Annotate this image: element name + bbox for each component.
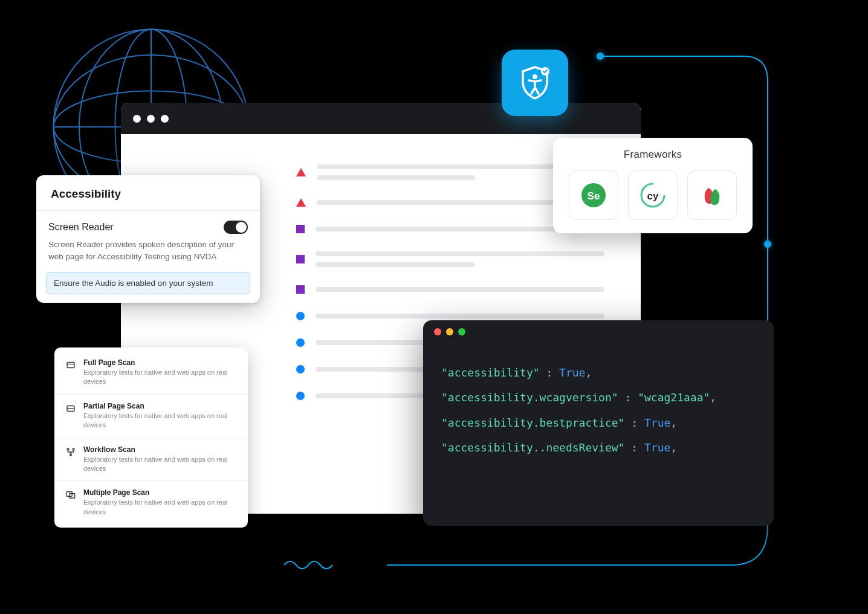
- scan-option-full[interactable]: Full Page Scan Exploratory tests for nat…: [54, 351, 248, 395]
- scan-option-multiple[interactable]: Multiple Page Scan Exploratory tests for…: [54, 481, 248, 524]
- maximize-icon[interactable]: [458, 328, 465, 335]
- screen-reader-toggle[interactable]: [224, 221, 248, 234]
- scan-desc: Exploratory tests for native and web app…: [83, 368, 237, 387]
- accessibility-panel: Accessibility Screen Reader Screen Reade…: [36, 175, 260, 303]
- circle-marker-icon: [296, 338, 305, 347]
- circle-marker-icon: [296, 392, 305, 400]
- svg-point-11: [70, 454, 72, 456]
- audio-note: Ensure the Audio is enabled on your syst…: [46, 272, 250, 294]
- svg-text:cy: cy: [647, 190, 659, 202]
- svg-point-10: [73, 448, 74, 450]
- accessibility-shield-icon: [502, 50, 568, 116]
- code-line: "accessibility" : True,: [441, 360, 756, 385]
- square-marker-icon: [296, 285, 305, 294]
- scan-option-partial[interactable]: Partial Page Scan Exploratory tests for …: [54, 395, 248, 438]
- issue-row-minor: [296, 312, 604, 320]
- issue-row-serious: [296, 251, 604, 267]
- window-control-dot[interactable]: [147, 115, 155, 123]
- framework-playwright[interactable]: [687, 170, 737, 220]
- connector-node: [764, 241, 771, 248]
- code-line: "accessibility.wcagversion" : "wcag21aaa…: [441, 385, 756, 410]
- triangle-marker-icon: [296, 198, 306, 207]
- scan-full-icon: [65, 360, 76, 370]
- scan-option-workflow[interactable]: Workflow Scan Exploratory tests for nati…: [54, 438, 248, 482]
- close-icon[interactable]: [434, 328, 441, 335]
- svg-point-9: [67, 448, 69, 450]
- scan-title: Multiple Page Scan: [83, 488, 237, 497]
- svg-point-14: [533, 74, 537, 79]
- scan-types-panel: Full Page Scan Exploratory tests for nat…: [54, 347, 248, 528]
- scan-desc: Exploratory tests for native and web app…: [83, 455, 237, 474]
- framework-selenium[interactable]: Se: [569, 170, 618, 220]
- triangle-marker-icon: [296, 168, 306, 176]
- accessibility-title: Accessibility: [36, 175, 260, 210]
- connector-node: [597, 53, 604, 60]
- terminal-titlebar: [423, 320, 774, 343]
- screen-reader-label: Screen Reader: [48, 222, 114, 233]
- frameworks-title: Frameworks: [566, 149, 739, 161]
- issue-row-serious: [296, 285, 604, 294]
- scan-title: Partial Page Scan: [83, 402, 237, 410]
- terminal-content: "accessibility" : True, "accessibility.w…: [423, 343, 774, 477]
- square-marker-icon: [296, 255, 305, 263]
- code-line: "accessibility.bestpractice" : True,: [441, 410, 756, 435]
- scan-title: Full Page Scan: [83, 358, 237, 367]
- scan-partial-icon: [65, 403, 76, 414]
- scan-multiple-icon: [65, 490, 76, 500]
- code-line: "accessibility..needsReview" : True,: [441, 435, 756, 460]
- square-marker-icon: [296, 225, 305, 233]
- code-terminal: "accessibility" : True, "accessibility.w…: [423, 320, 774, 526]
- frameworks-panel: Frameworks Se cy: [553, 138, 753, 233]
- scan-desc: Exploratory tests for native and web app…: [83, 412, 237, 430]
- window-control-dot[interactable]: [161, 115, 169, 123]
- screen-reader-description: Screen Reader provides spoken descriptio…: [48, 239, 248, 263]
- scan-workflow-icon: [65, 447, 76, 457]
- window-control-dot[interactable]: [133, 115, 141, 123]
- circle-marker-icon: [296, 312, 305, 320]
- svg-rect-7: [67, 363, 74, 368]
- scan-title: Workflow Scan: [83, 445, 237, 454]
- minimize-icon[interactable]: [446, 328, 453, 335]
- circle-marker-icon: [296, 365, 305, 373]
- scan-desc: Exploratory tests for native and web app…: [83, 498, 237, 517]
- framework-cypress[interactable]: cy: [628, 170, 678, 220]
